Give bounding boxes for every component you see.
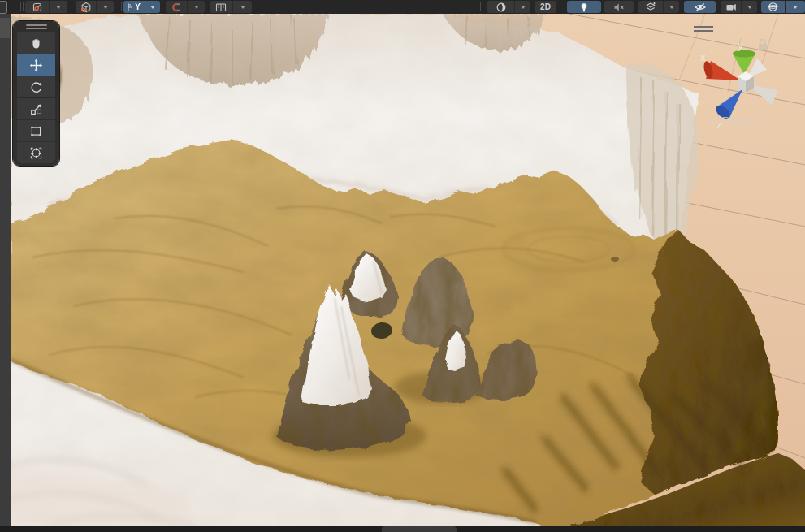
snap-increment-dropdown[interactable]	[187, 1, 205, 13]
scene-view-toolbar: Y	[0, 0, 805, 14]
tool-handle-position-dropdown[interactable]	[49, 1, 67, 13]
scene-lighting-toggle-button[interactable]	[567, 1, 601, 13]
chevron-down-icon	[669, 6, 674, 11]
move-tool-button[interactable]	[17, 54, 55, 76]
effects-dropdown[interactable]	[663, 1, 679, 13]
view-2d-toggle-button[interactable]: 2D	[535, 1, 556, 13]
padlock-icon[interactable]	[759, 40, 767, 50]
rect-tool-button[interactable]	[17, 120, 55, 141]
draw-mode-button[interactable]	[487, 1, 514, 13]
chevron-down-icon	[793, 6, 798, 11]
audio-toggle-button[interactable]	[604, 1, 634, 13]
grid-snapping-dropdown[interactable]	[232, 1, 252, 13]
panel-resize-handle[interactable]	[382, 526, 457, 532]
grid-axis-label: Y	[135, 1, 141, 13]
rotate-icon	[29, 80, 43, 94]
projection-toggle[interactable]: < Persp	[710, 112, 755, 128]
axis-y-label: y	[738, 39, 743, 51]
shaded-sphere-icon	[496, 2, 507, 13]
scale-icon	[29, 102, 43, 116]
chevron-down-icon	[240, 6, 245, 11]
grid-plane-axis-button[interactable]: Y	[123, 1, 145, 13]
magnet-icon	[171, 2, 182, 13]
scene-orientation-gizmo: y x z < Persp	[687, 23, 805, 136]
pivot-center-icon	[32, 2, 43, 13]
tool-handle-position-button[interactable]	[25, 1, 49, 13]
panel-edge-fragment	[0, 1, 7, 14]
toolbar-separator	[480, 2, 481, 11]
chevron-down-icon	[194, 6, 199, 11]
audio-muted-icon	[613, 2, 625, 13]
move-arrows-icon	[29, 58, 43, 72]
hand-icon	[29, 37, 43, 50]
grid-axis-icon	[128, 2, 135, 11]
tools-overlay	[13, 21, 59, 166]
effects-toggle-button[interactable]	[638, 1, 663, 13]
grid-plane-axis-dropdown[interactable]	[145, 1, 160, 13]
bottom-panel-edge	[0, 526, 805, 532]
scene-viewport[interactable]	[0, 14, 805, 526]
camera-settings-dropdown[interactable]	[741, 1, 757, 13]
axis-y-cone-cap	[733, 50, 755, 58]
chevron-down-icon	[103, 6, 108, 11]
transform-icon	[29, 146, 43, 160]
chevron-down-icon	[747, 6, 752, 11]
chevron-down-icon	[150, 6, 155, 11]
chevron-down-icon	[521, 6, 526, 11]
projection-arrow-icon: <	[710, 112, 718, 128]
left-panel-fragment	[0, 18, 10, 38]
view-tool-button[interactable]	[17, 32, 55, 54]
transform-tool-button[interactable]	[17, 142, 55, 163]
view-2d-label: 2D	[540, 1, 551, 13]
chevron-down-icon	[56, 6, 61, 11]
eye-hidden-icon	[694, 2, 707, 13]
camera-settings-button[interactable]	[721, 1, 741, 13]
orientation-cube-icon	[80, 2, 92, 13]
axis-x-label: x	[700, 51, 706, 63]
effects-layers-icon	[645, 2, 656, 13]
draw-mode-dropdown[interactable]	[514, 1, 530, 13]
toolbar-separator	[20, 2, 21, 11]
light-bulb-icon	[578, 2, 590, 13]
snap-increment-button[interactable]	[166, 1, 187, 13]
component-tools-dropdown[interactable]	[785, 1, 805, 13]
tool-handle-rotation-button[interactable]	[76, 1, 96, 13]
grid-snapping-button[interactable]	[210, 1, 232, 13]
left-panel-edge	[0, 14, 11, 532]
scene-visibility-toggle-button[interactable]	[684, 1, 716, 13]
rotate-tool-button[interactable]	[17, 76, 55, 97]
toolbar-separator	[119, 2, 119, 11]
camera-icon	[725, 2, 737, 13]
tool-handle-rotation-dropdown[interactable]	[96, 1, 114, 13]
rect-icon	[29, 124, 43, 138]
projection-label: Persp	[721, 114, 755, 128]
unity-scene-view-window: Y	[0, 0, 805, 532]
grid-snap-icon	[215, 2, 227, 12]
component-tools-button[interactable]	[761, 1, 785, 13]
scale-tool-button[interactable]	[17, 98, 55, 119]
tools-overlay-drag-handle[interactable]	[13, 21, 59, 32]
orientation-gizmo-icon	[767, 1, 779, 13]
